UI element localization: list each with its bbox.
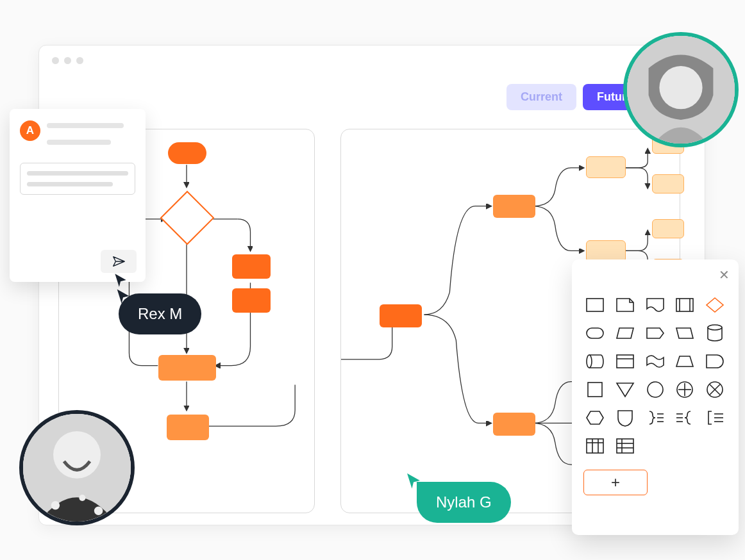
person-icon (23, 414, 131, 522)
comment-text-line (47, 140, 111, 145)
svg-rect-37 (587, 439, 603, 453)
comment-author-avatar: A (20, 120, 40, 141)
send-comment-button[interactable] (101, 250, 137, 273)
shape-circle[interactable] (644, 380, 667, 399)
flow-leaf-node[interactable] (652, 219, 684, 238)
shape-pentagon[interactable] (644, 324, 667, 343)
shape-triangle-down[interactable] (614, 380, 637, 399)
shape-shield[interactable] (614, 408, 637, 427)
send-icon (112, 254, 126, 268)
shape-cylinder-horiz[interactable] (583, 352, 607, 371)
shape-lines-brace-left[interactable] (673, 408, 696, 427)
svg-point-9 (79, 495, 85, 501)
shape-card[interactable] (614, 352, 637, 371)
svg-rect-12 (676, 299, 693, 311)
flow-branch-node[interactable] (493, 413, 535, 436)
shape-parallelogram-right[interactable] (673, 324, 696, 343)
svg-point-8 (51, 501, 60, 509)
shape-trapezoid[interactable] (673, 352, 696, 371)
collaborator-name: Rex M (138, 305, 182, 322)
flow-leaf-node[interactable] (652, 174, 684, 194)
shape-rectangle[interactable] (583, 295, 607, 315)
svg-rect-18 (617, 355, 633, 368)
shape-circle-x[interactable] (703, 380, 726, 399)
close-button[interactable]: ✕ (719, 267, 730, 283)
shape-parallelogram[interactable] (614, 324, 637, 343)
svg-rect-41 (617, 439, 633, 453)
flow-process-node[interactable] (232, 288, 271, 313)
flow-process-node[interactable] (232, 254, 271, 279)
shape-table-rows[interactable] (614, 436, 637, 456)
svg-point-10 (94, 506, 103, 515)
flow-root-node[interactable] (380, 304, 422, 327)
svg-rect-15 (587, 328, 603, 338)
svg-point-17 (587, 355, 592, 368)
comment-reply-input[interactable] (20, 163, 135, 195)
shape-double-rect[interactable] (673, 295, 696, 315)
close-icon: ✕ (719, 268, 730, 282)
shape-circle-plus[interactable] (673, 380, 696, 399)
cursor-icon (112, 272, 129, 288)
shape-picker-panel: ✕ + (572, 259, 739, 535)
tab-current[interactable]: Current (506, 84, 576, 110)
shape-flag[interactable] (644, 352, 667, 371)
shape-note[interactable] (614, 295, 637, 315)
collaborator-name: Nylah G (436, 493, 492, 511)
flow-process-node[interactable] (167, 415, 209, 440)
shape-d-shape[interactable] (703, 352, 726, 371)
svg-point-16 (708, 325, 722, 330)
shape-diamond[interactable] (703, 295, 726, 315)
svg-rect-11 (587, 299, 603, 311)
collaborator-label-nylah: Nylah G (417, 482, 511, 523)
add-shape-button[interactable]: + (583, 470, 648, 495)
comment-text-line (47, 123, 124, 128)
comment-card: A (10, 109, 146, 282)
flow-start-node[interactable] (168, 142, 206, 164)
shape-hexagon[interactable] (583, 408, 607, 427)
window-dot[interactable] (52, 57, 59, 64)
window-controls (52, 57, 83, 64)
shape-document[interactable] (644, 295, 667, 315)
shape-square[interactable] (583, 380, 607, 399)
window-dot[interactable] (76, 57, 83, 64)
flow-leaf-node[interactable] (586, 156, 626, 178)
collaborator-avatar-nylah (623, 32, 739, 147)
flow-process-node[interactable] (158, 355, 216, 381)
flow-leaf-node[interactable] (586, 240, 626, 262)
svg-point-5 (659, 66, 702, 109)
collaborator-avatar-rex (19, 410, 135, 525)
svg-rect-20 (588, 383, 602, 397)
window-dot[interactable] (64, 57, 71, 64)
shape-brace-right-lines[interactable] (644, 408, 667, 427)
person-icon (627, 36, 735, 144)
plus-icon: + (611, 474, 620, 491)
shape-rounded-rect[interactable] (583, 324, 607, 343)
shape-table-3col[interactable] (583, 436, 607, 456)
shape-cylinder[interactable] (703, 324, 726, 343)
flow-branch-node[interactable] (493, 195, 535, 218)
flow-decision-node[interactable] (160, 191, 215, 245)
shape-grid (583, 295, 727, 456)
shape-bracket-lines[interactable] (703, 408, 726, 427)
collaborator-label-rex: Rex M (119, 293, 201, 334)
svg-point-21 (648, 382, 663, 397)
